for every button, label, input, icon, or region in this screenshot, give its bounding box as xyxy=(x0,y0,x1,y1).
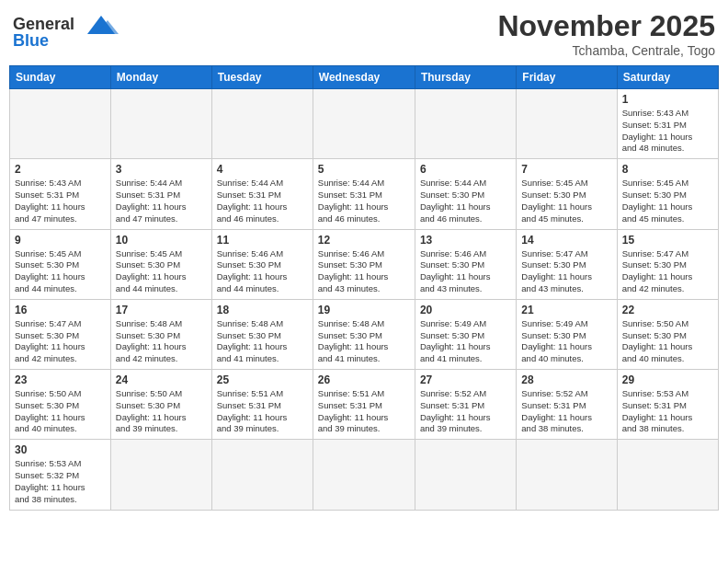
day-number: 26 xyxy=(318,373,410,386)
calendar-cell: 8Sunrise: 5:45 AMSunset: 5:30 PMDaylight… xyxy=(617,159,718,229)
day-number: 24 xyxy=(116,373,207,386)
day-info: Sunrise: 5:46 AMSunset: 5:30 PMDaylight:… xyxy=(420,248,511,295)
day-number: 14 xyxy=(521,234,611,247)
day-number: 21 xyxy=(521,304,611,316)
calendar-cell: 1Sunrise: 5:43 AMSunset: 5:31 PMDaylight… xyxy=(617,89,718,159)
weekday-header-wednesday: Wednesday xyxy=(313,66,415,89)
logo: General Blue xyxy=(13,9,124,51)
day-info: Sunrise: 5:48 AMSunset: 5:30 PMDaylight:… xyxy=(318,318,410,365)
day-number: 16 xyxy=(15,304,106,316)
day-number: 23 xyxy=(15,373,106,386)
day-number: 2 xyxy=(15,163,106,176)
calendar-cell: 12Sunrise: 5:46 AMSunset: 5:30 PMDayligh… xyxy=(313,229,415,299)
day-number: 20 xyxy=(420,304,511,316)
calendar-cell: 23Sunrise: 5:50 AMSunset: 5:30 PMDayligh… xyxy=(10,370,111,440)
day-info: Sunrise: 5:52 AMSunset: 5:31 PMDaylight:… xyxy=(420,388,511,435)
calendar-cell: 3Sunrise: 5:44 AMSunset: 5:31 PMDaylight… xyxy=(110,159,211,229)
calendar-cell xyxy=(517,89,617,159)
calendar-cell: 14Sunrise: 5:47 AMSunset: 5:30 PMDayligh… xyxy=(517,229,617,299)
day-info: Sunrise: 5:49 AMSunset: 5:30 PMDaylight:… xyxy=(521,318,611,365)
calendar-cell xyxy=(110,440,211,510)
day-number: 7 xyxy=(521,163,611,176)
calendar-cell: 17Sunrise: 5:48 AMSunset: 5:30 PMDayligh… xyxy=(110,299,211,369)
logo-icon xyxy=(78,11,124,39)
calendar-cell: 5Sunrise: 5:44 AMSunset: 5:31 PMDaylight… xyxy=(313,159,415,229)
week-row-1: 1Sunrise: 5:43 AMSunset: 5:31 PMDaylight… xyxy=(10,89,719,159)
calendar-cell: 22Sunrise: 5:50 AMSunset: 5:30 PMDayligh… xyxy=(617,299,718,369)
calendar-cell: 15Sunrise: 5:47 AMSunset: 5:30 PMDayligh… xyxy=(617,229,718,299)
day-info: Sunrise: 5:44 AMSunset: 5:31 PMDaylight:… xyxy=(116,178,207,224)
day-number: 5 xyxy=(318,163,410,176)
day-info: Sunrise: 5:44 AMSunset: 5:30 PMDaylight:… xyxy=(420,178,511,224)
day-info: Sunrise: 5:47 AMSunset: 5:30 PMDaylight:… xyxy=(521,248,611,295)
weekday-header-friday: Friday xyxy=(517,66,617,89)
day-number: 22 xyxy=(622,304,713,316)
calendar-cell xyxy=(313,89,415,159)
weekday-header-row: SundayMondayTuesdayWednesdayThursdayFrid… xyxy=(10,66,719,89)
weekday-header-sunday: Sunday xyxy=(10,66,111,89)
calendar-table: SundayMondayTuesdayWednesdayThursdayFrid… xyxy=(9,65,719,511)
calendar-cell: 26Sunrise: 5:51 AMSunset: 5:31 PMDayligh… xyxy=(313,370,415,440)
day-number: 8 xyxy=(622,163,713,176)
calendar-cell: 7Sunrise: 5:45 AMSunset: 5:30 PMDaylight… xyxy=(517,159,617,229)
title-section: November 2025 Tchamba, Centrale, Togo xyxy=(497,9,715,58)
day-info: Sunrise: 5:46 AMSunset: 5:30 PMDaylight:… xyxy=(217,248,308,295)
calendar-cell xyxy=(517,440,617,510)
day-info: Sunrise: 5:49 AMSunset: 5:30 PMDaylight:… xyxy=(420,318,511,365)
calendar-cell: 28Sunrise: 5:52 AMSunset: 5:31 PMDayligh… xyxy=(517,370,617,440)
day-info: Sunrise: 5:51 AMSunset: 5:31 PMDaylight:… xyxy=(318,388,410,435)
logo-blue-text: Blue xyxy=(13,31,49,51)
location: Tchamba, Centrale, Togo xyxy=(497,43,715,58)
day-number: 4 xyxy=(217,163,308,176)
week-row-2: 2Sunrise: 5:43 AMSunset: 5:31 PMDaylight… xyxy=(10,159,719,229)
day-number: 12 xyxy=(318,234,410,247)
calendar-cell: 30Sunrise: 5:53 AMSunset: 5:32 PMDayligh… xyxy=(10,440,111,510)
day-number: 17 xyxy=(116,304,207,316)
weekday-header-saturday: Saturday xyxy=(617,66,718,89)
day-info: Sunrise: 5:45 AMSunset: 5:30 PMDaylight:… xyxy=(622,178,713,224)
calendar-cell xyxy=(415,89,516,159)
calendar-cell: 16Sunrise: 5:47 AMSunset: 5:30 PMDayligh… xyxy=(10,299,111,369)
day-info: Sunrise: 5:44 AMSunset: 5:31 PMDaylight:… xyxy=(318,178,410,224)
day-number: 19 xyxy=(318,304,410,316)
page-header: General Blue November 2025 Tchamba, Cent… xyxy=(9,9,719,58)
day-number: 1 xyxy=(622,93,713,106)
week-row-6: 30Sunrise: 5:53 AMSunset: 5:32 PMDayligh… xyxy=(10,440,719,510)
day-info: Sunrise: 5:47 AMSunset: 5:30 PMDaylight:… xyxy=(15,318,106,365)
calendar-cell: 4Sunrise: 5:44 AMSunset: 5:31 PMDaylight… xyxy=(211,159,313,229)
day-info: Sunrise: 5:43 AMSunset: 5:31 PMDaylight:… xyxy=(15,178,106,224)
calendar-cell xyxy=(211,440,313,510)
calendar-cell: 19Sunrise: 5:48 AMSunset: 5:30 PMDayligh… xyxy=(313,299,415,369)
calendar-cell xyxy=(313,440,415,510)
calendar-cell xyxy=(415,440,516,510)
day-number: 11 xyxy=(217,234,308,247)
calendar-cell xyxy=(10,89,111,159)
day-info: Sunrise: 5:45 AMSunset: 5:30 PMDaylight:… xyxy=(15,248,106,295)
calendar-cell: 24Sunrise: 5:50 AMSunset: 5:30 PMDayligh… xyxy=(110,370,211,440)
calendar-cell: 6Sunrise: 5:44 AMSunset: 5:30 PMDaylight… xyxy=(415,159,516,229)
day-number: 18 xyxy=(217,304,308,316)
day-info: Sunrise: 5:50 AMSunset: 5:30 PMDaylight:… xyxy=(622,318,713,365)
day-info: Sunrise: 5:46 AMSunset: 5:30 PMDaylight:… xyxy=(318,248,410,295)
day-info: Sunrise: 5:48 AMSunset: 5:30 PMDaylight:… xyxy=(217,318,308,365)
weekday-header-thursday: Thursday xyxy=(415,66,516,89)
day-number: 25 xyxy=(217,373,308,386)
day-number: 6 xyxy=(420,163,511,176)
calendar-cell: 29Sunrise: 5:53 AMSunset: 5:31 PMDayligh… xyxy=(617,370,718,440)
calendar-cell xyxy=(617,440,718,510)
day-info: Sunrise: 5:50 AMSunset: 5:30 PMDaylight:… xyxy=(116,388,207,435)
day-number: 9 xyxy=(15,234,106,247)
calendar-cell: 13Sunrise: 5:46 AMSunset: 5:30 PMDayligh… xyxy=(415,229,516,299)
calendar-cell: 21Sunrise: 5:49 AMSunset: 5:30 PMDayligh… xyxy=(517,299,617,369)
day-info: Sunrise: 5:45 AMSunset: 5:30 PMDaylight:… xyxy=(116,248,207,295)
day-info: Sunrise: 5:53 AMSunset: 5:31 PMDaylight:… xyxy=(622,388,713,435)
day-number: 28 xyxy=(521,373,611,386)
day-info: Sunrise: 5:52 AMSunset: 5:31 PMDaylight:… xyxy=(521,388,611,435)
calendar-cell: 25Sunrise: 5:51 AMSunset: 5:31 PMDayligh… xyxy=(211,370,313,440)
weekday-header-tuesday: Tuesday xyxy=(211,66,313,89)
day-info: Sunrise: 5:44 AMSunset: 5:31 PMDaylight:… xyxy=(217,178,308,224)
calendar-cell: 2Sunrise: 5:43 AMSunset: 5:31 PMDaylight… xyxy=(10,159,111,229)
day-number: 27 xyxy=(420,373,511,386)
calendar-cell xyxy=(211,89,313,159)
calendar-cell: 18Sunrise: 5:48 AMSunset: 5:30 PMDayligh… xyxy=(211,299,313,369)
